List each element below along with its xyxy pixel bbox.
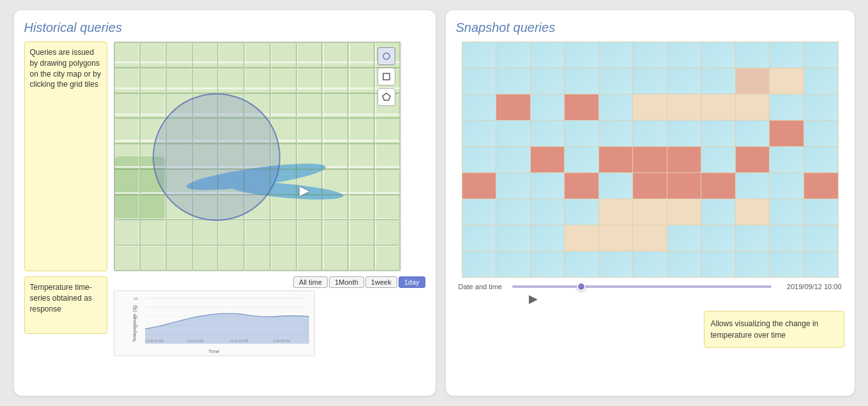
snapshot-cell[interactable] [531,173,565,199]
snapshot-cell[interactable] [496,173,530,199]
snapshot-grid[interactable] [462,41,839,278]
snapshot-cell[interactable] [633,147,667,172]
pentagon-tool-button[interactable] [377,88,395,106]
snapshot-cell[interactable] [531,94,565,120]
snapshot-cell[interactable] [531,121,565,146]
snapshot-cell[interactable] [599,147,633,172]
snapshot-cell[interactable] [701,173,735,199]
snapshot-cell[interactable] [667,147,701,172]
snapshot-cell[interactable] [701,94,735,120]
snapshot-cell[interactable] [804,42,838,68]
snapshot-cell[interactable] [633,42,667,68]
snapshot-cell[interactable] [565,68,598,94]
snapshot-cell[interactable] [633,173,667,199]
snapshot-cell[interactable] [804,121,838,146]
snapshot-cell[interactable] [701,225,735,251]
snapshot-cell[interactable] [633,225,667,251]
map-selection-circle[interactable] [153,93,280,221]
snapshot-cell[interactable] [462,173,496,199]
snapshot-cell[interactable] [565,252,598,277]
snapshot-cell[interactable] [496,94,530,120]
snapshot-cell[interactable] [770,42,803,68]
snapshot-cell[interactable] [531,199,565,225]
snapshot-cell[interactable] [599,252,633,277]
snapshot-cell[interactable] [462,252,496,277]
snapshot-cell[interactable] [462,68,496,94]
snapshot-cell[interactable] [462,42,496,68]
snapshot-cell[interactable] [496,42,530,68]
snapshot-cell[interactable] [736,147,770,172]
snapshot-cell[interactable] [599,225,633,251]
snapshot-cell[interactable] [633,121,667,146]
snapshot-cell[interactable] [770,147,803,172]
snapshot-cell[interactable] [633,94,667,120]
snapshot-cell[interactable] [531,252,565,277]
snapshot-cell[interactable] [462,94,496,120]
snapshot-cell[interactable] [633,199,667,225]
snapshot-cell[interactable] [462,225,496,251]
snapshot-cell[interactable] [736,94,770,120]
snapshot-cell[interactable] [770,68,803,94]
snapshot-cell[interactable] [565,173,598,199]
snapshot-cell[interactable] [736,199,770,225]
snapshot-cell[interactable] [770,199,803,225]
snapshot-cell[interactable] [770,121,803,146]
snapshot-cell[interactable] [770,225,803,251]
snapshot-cell[interactable] [633,68,667,94]
snapshot-cell[interactable] [565,199,598,225]
snapshot-cell[interactable] [496,68,530,94]
snapshot-cell[interactable] [701,199,735,225]
snapshot-cell[interactable] [667,225,701,251]
snapshot-cell[interactable] [531,147,565,172]
snapshot-cell[interactable] [531,42,565,68]
snapshot-cell[interactable] [701,42,735,68]
snapshot-cell[interactable] [565,225,598,251]
snapshot-cell[interactable] [804,94,838,120]
snapshot-cell[interactable] [770,173,803,199]
snapshot-cell[interactable] [462,147,496,172]
snapshot-cell[interactable] [599,42,633,68]
snapshot-cell[interactable] [804,199,838,225]
snapshot-cell[interactable] [565,147,598,172]
circle-tool-button[interactable] [377,47,395,65]
snapshot-cell[interactable] [462,121,496,146]
snapshot-cell[interactable] [667,199,701,225]
snapshot-cell[interactable] [531,68,565,94]
snapshot-cell[interactable] [667,173,701,199]
snapshot-cell[interactable] [667,94,701,120]
snapshot-cell[interactable] [736,225,770,251]
snapshot-cell[interactable] [599,68,633,94]
snapshot-cell[interactable] [804,147,838,172]
snapshot-cell[interactable] [599,199,633,225]
snapshot-cell[interactable] [804,252,838,277]
snapshot-cell[interactable] [599,173,633,199]
snapshot-cell[interactable] [770,252,803,277]
snapshot-cell[interactable] [667,68,701,94]
snapshot-cell[interactable] [496,121,530,146]
snapshot-cell[interactable] [736,121,770,146]
snapshot-cell[interactable] [804,225,838,251]
snapshot-cell[interactable] [770,94,803,120]
snapshot-cell[interactable] [667,121,701,146]
snapshot-cell[interactable] [599,94,633,120]
snapshot-cell[interactable] [736,68,770,94]
snapshot-cell[interactable] [804,68,838,94]
snapshot-cell[interactable] [531,225,565,251]
1day-button[interactable]: 1day [399,276,425,288]
snapshot-cell[interactable] [736,42,770,68]
snapshot-cell[interactable] [633,252,667,277]
snapshot-cell[interactable] [701,252,735,277]
snapshot-cell[interactable] [667,252,701,277]
snapshot-cell[interactable] [462,199,496,225]
1week-button[interactable]: 1week [365,276,397,288]
snapshot-cell[interactable] [701,68,735,94]
snapshot-cell[interactable] [565,94,598,120]
snapshot-cell[interactable] [667,42,701,68]
time-slider-thumb[interactable] [577,282,586,291]
snapshot-cell[interactable] [599,121,633,146]
snapshot-cell[interactable] [496,199,530,225]
all-time-button[interactable]: All time [293,276,328,288]
snapshot-cell[interactable] [496,147,530,172]
city-map[interactable]: ▶ [114,41,401,271]
snapshot-cell[interactable] [496,225,530,251]
